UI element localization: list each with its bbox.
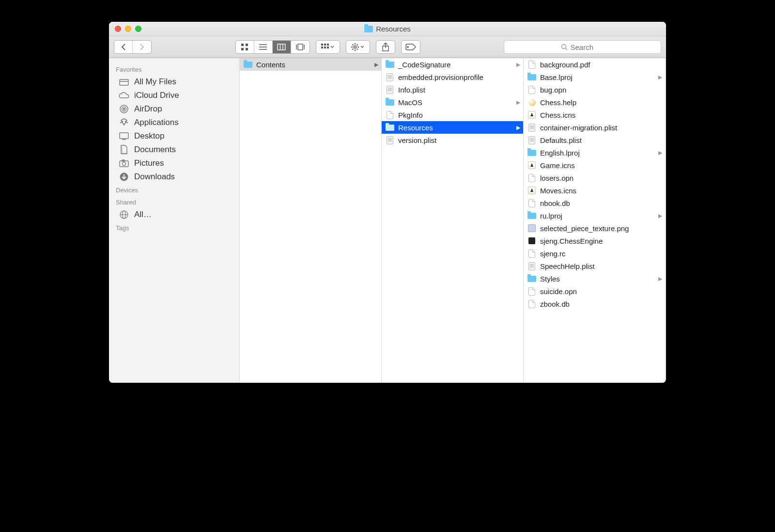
- sidebar: FavoritesAll My FilesiCloud DriveAirDrop…: [109, 58, 240, 383]
- sidebar-item-downloads[interactable]: Downloads: [109, 170, 239, 184]
- sidebar-section-header: Shared: [109, 196, 239, 208]
- sidebar-item-all-my-files[interactable]: All My Files: [109, 75, 239, 89]
- sidebar-item-label: iCloud Drive: [134, 91, 179, 100]
- sidebar-item-icloud-drive[interactable]: iCloud Drive: [109, 89, 239, 102]
- sidebar-item-label: Applications: [134, 118, 179, 127]
- file-row[interactable]: nbook.db: [524, 197, 665, 209]
- svg-line-25: [357, 49, 358, 50]
- sidebar-item-airdrop[interactable]: AirDrop: [109, 102, 239, 116]
- plist-file-icon: [528, 262, 535, 270]
- file-name: version.plist: [398, 136, 436, 144]
- sidebar-item-label: Documents: [134, 145, 176, 155]
- minimize-window-button[interactable]: [125, 26, 131, 32]
- exec-file-icon: [528, 237, 535, 244]
- file-row[interactable]: Contents▶: [240, 58, 381, 71]
- file-name: Chess.help: [540, 98, 576, 107]
- file-row[interactable]: losers.opn: [524, 172, 665, 184]
- file-row[interactable]: sjeng.rc: [524, 247, 665, 260]
- column-0[interactable]: Contents▶: [240, 58, 382, 383]
- search-field[interactable]: [504, 40, 661, 54]
- plist-file-icon: [528, 124, 535, 132]
- sidebar-item-label: All My Files: [134, 77, 176, 87]
- disclosure-arrow-icon: ▶: [374, 62, 378, 68]
- plist-file-icon: [387, 136, 393, 144]
- folder-icon: [527, 74, 536, 80]
- document-file-icon: [528, 174, 535, 182]
- document-file-icon: [387, 111, 393, 119]
- png-file-icon: [528, 224, 536, 232]
- document-file-icon: [528, 300, 535, 308]
- file-row[interactable]: English.lproj▶: [524, 146, 665, 159]
- sidebar-item-pictures[interactable]: Pictures: [109, 156, 239, 170]
- disclosure-arrow-icon: ▶: [516, 99, 520, 106]
- file-row[interactable]: Defaults.plist: [524, 134, 665, 146]
- document-file-icon: [528, 61, 535, 69]
- file-row[interactable]: MacOS▶: [382, 96, 523, 109]
- share-group: [376, 40, 395, 54]
- tags-group: [401, 40, 420, 54]
- sidebar-item-applications[interactable]: Applications: [109, 116, 239, 129]
- file-row[interactable]: _CodeSignature▶: [382, 58, 523, 71]
- arrange-group: [316, 40, 340, 54]
- file-row[interactable]: suicide.opn: [524, 285, 665, 297]
- column-2[interactable]: background.pdfBase.lproj▶bug.opnChess.he…: [524, 58, 666, 383]
- file-row[interactable]: ru.lproj▶: [524, 209, 665, 222]
- file-row[interactable]: PkgInfo: [382, 109, 523, 121]
- search-input[interactable]: [571, 43, 604, 51]
- icon-view-button[interactable]: [236, 41, 254, 53]
- search-icon: [561, 44, 568, 50]
- file-row[interactable]: Base.lproj▶: [524, 71, 665, 83]
- file-row[interactable]: embedded.provisionprofile: [382, 71, 523, 83]
- sidebar-item-documents[interactable]: Documents: [109, 143, 239, 156]
- file-row[interactable]: Styles▶: [524, 272, 665, 285]
- file-name: _CodeSignature: [398, 61, 450, 69]
- file-row[interactable]: selected_piece_texture.png: [524, 222, 665, 235]
- file-name: Contents: [256, 61, 285, 69]
- sidebar-item-desktop[interactable]: Desktop: [109, 129, 239, 143]
- column-view-button[interactable]: [273, 41, 291, 53]
- file-row[interactable]: Chess.help: [524, 96, 665, 109]
- file-row[interactable]: SpeechHelp.plist: [524, 260, 665, 272]
- titlebar: Resources: [109, 22, 666, 36]
- document-file-icon: [528, 250, 535, 258]
- file-row[interactable]: sjeng.ChessEngine: [524, 235, 665, 247]
- file-row[interactable]: bug.opn: [524, 83, 665, 96]
- icns-file-icon: ♟: [528, 161, 536, 169]
- edit-tags-button[interactable]: [402, 41, 420, 53]
- svg-rect-18: [327, 47, 329, 48]
- chevron-down-icon: [360, 46, 364, 48]
- folder-icon: [386, 62, 394, 68]
- file-name: container-migration.plist: [540, 124, 617, 132]
- coverflow-view-button[interactable]: [291, 41, 310, 53]
- column-1[interactable]: _CodeSignature▶embedded.provisionprofile…: [382, 58, 524, 383]
- file-row[interactable]: ♟Moves.icns: [524, 184, 665, 197]
- file-row[interactable]: Resources▶: [382, 121, 523, 134]
- icns-file-icon: ♟: [528, 187, 536, 194]
- zoom-window-button[interactable]: [135, 26, 141, 32]
- file-row[interactable]: version.plist: [382, 134, 523, 146]
- window-title-text: Resources: [376, 25, 411, 33]
- svg-rect-14: [324, 44, 326, 46]
- file-row[interactable]: background.pdf: [524, 58, 665, 71]
- file-row[interactable]: Info.plist: [382, 83, 523, 96]
- file-row[interactable]: zbook.db: [524, 297, 665, 310]
- action-button[interactable]: [346, 41, 370, 53]
- apps-icon: [119, 118, 129, 127]
- file-name: background.pdf: [540, 61, 590, 69]
- file-row[interactable]: ♟Chess.icns: [524, 109, 665, 121]
- sidebar-item-all-[interactable]: All…: [109, 208, 239, 221]
- file-name: MacOS: [398, 98, 422, 107]
- file-row[interactable]: container-migration.plist: [524, 121, 665, 134]
- file-name: PkgInfo: [398, 111, 423, 119]
- file-name: bug.opn: [540, 86, 566, 94]
- toolbar: [109, 36, 666, 58]
- window-controls: [109, 26, 141, 32]
- share-button[interactable]: [376, 41, 395, 53]
- file-row[interactable]: ♟Game.icns: [524, 159, 665, 172]
- forward-button[interactable]: [133, 41, 151, 53]
- folder-icon: [386, 125, 394, 131]
- back-button[interactable]: [114, 41, 133, 53]
- close-window-button[interactable]: [115, 26, 121, 32]
- arrange-button[interactable]: [316, 41, 340, 53]
- list-view-button[interactable]: [254, 41, 273, 53]
